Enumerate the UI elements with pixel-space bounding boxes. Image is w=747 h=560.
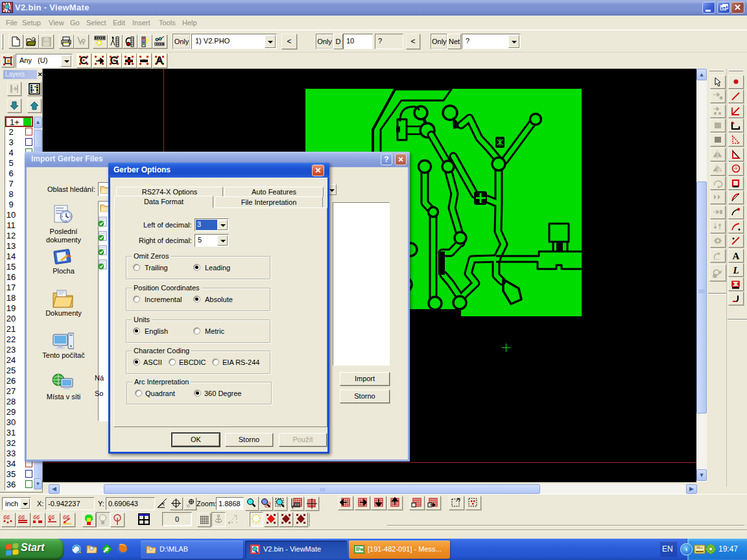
svg-text:A: A	[156, 56, 163, 65]
svg-text:66: 66	[18, 514, 25, 520]
svg-text:A: A	[733, 251, 740, 261]
svg-text:?: ?	[81, 38, 86, 47]
svg-text:66: 66	[33, 514, 40, 520]
svg-text:G: G	[110, 56, 118, 65]
svg-text:L: L	[732, 265, 739, 275]
svg-text:C: C	[80, 56, 88, 65]
svg-text:66: 66	[3, 514, 10, 520]
